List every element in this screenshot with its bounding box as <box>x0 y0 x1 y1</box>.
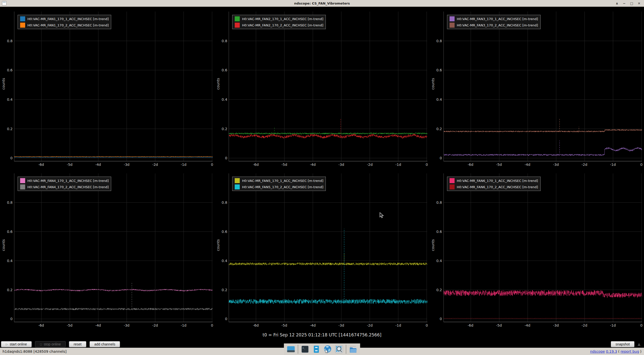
x-axis: -6d-5d-4d-3d-2d-1d0 <box>444 322 642 329</box>
version-link[interactable]: 0.19.3 <box>606 349 617 353</box>
y-tick-label: 0.8 <box>436 39 442 43</box>
legend-item[interactable]: H0:VAC-MR_FAN2_170_2_ACC_INCHSEC [m-tren… <box>235 23 323 28</box>
x-tick-label: 0 <box>426 324 428 327</box>
plot-canvas[interactable]: H0:VAC-MR_FAN5_170_1_ACC_INCHSEC [m-tren… <box>229 173 427 322</box>
series-trace <box>229 133 427 134</box>
legend-item[interactable]: H0:VAC-MR_FAN6_170_2_ACC_INCHSEC [m-tren… <box>450 184 538 189</box>
y-tick-label: 0.8 <box>222 201 227 204</box>
legend-channel-label: H0:VAC-MR_FAN3_170_2_ACC_INCHSEC [m-tren… <box>457 23 538 27</box>
browser-globe-icon[interactable] <box>323 345 332 354</box>
plot-traces <box>229 12 427 161</box>
plot-canvas[interactable]: H0:VAC-MR_FAN2_170_1_ACC_INCHSEC [m-tren… <box>229 12 427 161</box>
x-tick-label: -2d <box>367 324 373 327</box>
plot-panel-fan3[interactable]: counts H0:VAC-MR_FAN3_170_1_ACC_INCHSEC … <box>429 7 644 168</box>
y-tick-label: 0 <box>440 317 442 321</box>
maximize-window-icon[interactable]: □ <box>630 2 633 5</box>
y-tick-label: 0.2 <box>7 127 13 131</box>
legend-item[interactable]: H0:VAC-MR_FAN3_170_2_ACC_INCHSEC [m-tren… <box>450 23 538 28</box>
legend-item[interactable]: H0:VAC-MR_FAN1_170_1_ACC_INCHSEC [m-tren… <box>20 16 109 21</box>
legend[interactable]: H0:VAC-MR_FAN2_170_1_ACC_INCHSEC [m-tren… <box>232 15 326 29</box>
close-window-icon[interactable]: ✕ <box>638 2 640 5</box>
legend-color-swatch-icon <box>20 184 25 189</box>
taskbar-separator <box>298 345 298 354</box>
legend[interactable]: H0:VAC-MR_FAN3_170_1_ACC_INCHSEC [m-tren… <box>447 15 541 29</box>
ndscope-link[interactable]: ndscope <box>590 349 605 353</box>
y-tick-label: 0 <box>10 317 13 321</box>
plot-panel-fan6[interactable]: counts H0:VAC-MR_FAN6_170_1_ACC_INCHSEC … <box>429 168 644 329</box>
y-tick-label: 0.8 <box>7 201 13 204</box>
report-bug-link[interactable]: report bug <box>621 349 639 353</box>
y-tick-label: 0.2 <box>7 288 13 292</box>
plot-canvas[interactable]: H0:VAC-MR_FAN1_170_1_ACC_INCHSEC [m-tren… <box>14 12 213 161</box>
x-tick-label: -1d <box>181 163 186 166</box>
y-tick-label: 0.2 <box>436 288 442 292</box>
screenshot-finder-icon[interactable] <box>335 345 344 354</box>
legend[interactable]: H0:VAC-MR_FAN4_170_1_ACC_INCHSEC [m-tren… <box>18 177 111 191</box>
plot-traces <box>444 173 642 322</box>
terminal-icon[interactable]: >_ <box>301 345 310 354</box>
y-tick-label: 0.8 <box>222 39 227 43</box>
legend-channel-label: H0:VAC-MR_FAN2_170_2_ACC_INCHSEC [m-tren… <box>242 23 323 27</box>
legend-item[interactable]: H0:VAC-MR_FAN4_170_1_ACC_INCHSEC [m-tren… <box>20 178 109 183</box>
x-tick-label: -5d <box>281 163 287 166</box>
legend-item[interactable]: H0:VAC-MR_FAN3_170_1_ACC_INCHSEC [m-tren… <box>450 16 538 21</box>
x-tick-label: -1d <box>610 324 616 327</box>
plot-panel-fan1[interactable]: counts H0:VAC-MR_FAN1_170_1_ACC_INCHSEC … <box>0 7 215 168</box>
legend[interactable]: H0:VAC-MR_FAN1_170_1_ACC_INCHSEC [m-tren… <box>18 15 111 29</box>
x-tick-label: -1d <box>395 163 401 166</box>
add-channels-button[interactable]: add channels <box>90 341 120 347</box>
stop-icon: ◻ <box>40 343 42 346</box>
x-axis: -6d-5d-4d-3d-2d-1d0 <box>229 322 427 329</box>
plot-canvas[interactable]: H0:VAC-MR_FAN4_170_1_ACC_INCHSEC [m-tren… <box>14 173 213 322</box>
y-tick-label: 0.6 <box>222 68 227 72</box>
minimize-window-icon[interactable]: − <box>623 2 626 5</box>
y-tick-label: 0.4 <box>222 98 227 101</box>
plot-panel-fan2[interactable]: counts H0:VAC-MR_FAN2_170_1_ACC_INCHSEC … <box>215 7 429 168</box>
y-axis-label: counts <box>2 7 6 161</box>
x-tick-label: -3d <box>553 324 559 327</box>
x-tick-label: -5d <box>67 163 72 166</box>
x-axis: -6d-5d-4d-3d-2d-1d0 <box>229 161 427 168</box>
legend-item[interactable]: H0:VAC-MR_FAN1_170_2_ACC_INCHSEC [m-tren… <box>20 23 109 28</box>
legend[interactable]: H0:VAC-MR_FAN5_170_1_ACC_INCHSEC [m-tren… <box>232 177 326 191</box>
series-trace <box>14 157 213 158</box>
legend-item[interactable]: H0:VAC-MR_FAN5_170_1_ACC_INCHSEC [m-tren… <box>235 178 323 183</box>
plot-panel-fan4[interactable]: counts H0:VAC-MR_FAN4_170_1_ACC_INCHSEC … <box>0 168 215 329</box>
snapshot-button[interactable]: snapshot <box>611 341 635 347</box>
y-tick-label: 0 <box>225 317 227 321</box>
plot-panel-fan5[interactable]: counts H0:VAC-MR_FAN5_170_1_ACC_INCHSEC … <box>215 168 429 329</box>
legend-color-swatch-icon <box>450 23 455 28</box>
y-tick-label: 0.4 <box>7 259 13 263</box>
legend-color-swatch-icon <box>20 23 25 28</box>
plot-canvas[interactable]: H0:VAC-MR_FAN3_170_1_ACC_INCHSEC [m-tren… <box>444 12 642 161</box>
file-manager-icon[interactable] <box>349 345 358 354</box>
y-tick-label: 0 <box>440 156 442 160</box>
legend-item[interactable]: H0:VAC-MR_FAN5_170_2_ACC_INCHSEC [m-tren… <box>235 184 323 189</box>
plot-canvas[interactable]: H0:VAC-MR_FAN6_170_1_ACC_INCHSEC [m-tren… <box>444 173 642 322</box>
shade-window-icon[interactable]: ∧ <box>616 2 618 5</box>
expand-panel-icon[interactable]: ▲ <box>637 342 640 346</box>
x-tick-label: -5d <box>496 163 502 166</box>
reset-button[interactable]: reset <box>69 341 86 347</box>
svg-text:>_: >_ <box>303 347 305 349</box>
file-cabinet-icon[interactable] <box>312 345 321 354</box>
legend[interactable]: H0:VAC-MR_FAN6_170_1_ACC_INCHSEC [m-tren… <box>447 177 541 191</box>
start-online-button[interactable]: ▷ start online <box>1 341 32 347</box>
y-axis-label: counts <box>431 7 435 161</box>
legend-channel-label: H0:VAC-MR_FAN3_170_1_ACC_INCHSEC [m-tren… <box>457 17 538 21</box>
legend-item[interactable]: H0:VAC-MR_FAN4_170_2_ACC_INCHSEC [m-tren… <box>20 184 109 189</box>
legend-item[interactable]: H0:VAC-MR_FAN6_170_1_ACC_INCHSEC [m-tren… <box>450 178 538 183</box>
desktop-pager-icon[interactable] <box>287 345 296 354</box>
x-tick-label: -3d <box>553 163 559 166</box>
x-tick-label: -6d <box>38 324 44 327</box>
series-trace <box>14 289 213 291</box>
x-tick-label: -4d <box>310 324 316 327</box>
series-trace <box>229 134 427 138</box>
x-tick-label: -4d <box>310 163 316 166</box>
legend-item[interactable]: H0:VAC-MR_FAN2_170_1_ACC_INCHSEC [m-tren… <box>235 16 323 21</box>
series-trace <box>444 147 642 156</box>
series-trace <box>444 129 642 132</box>
legend-color-swatch-icon <box>235 16 240 21</box>
legend-color-swatch-icon <box>235 23 240 28</box>
x-tick-label: 0 <box>211 324 213 327</box>
